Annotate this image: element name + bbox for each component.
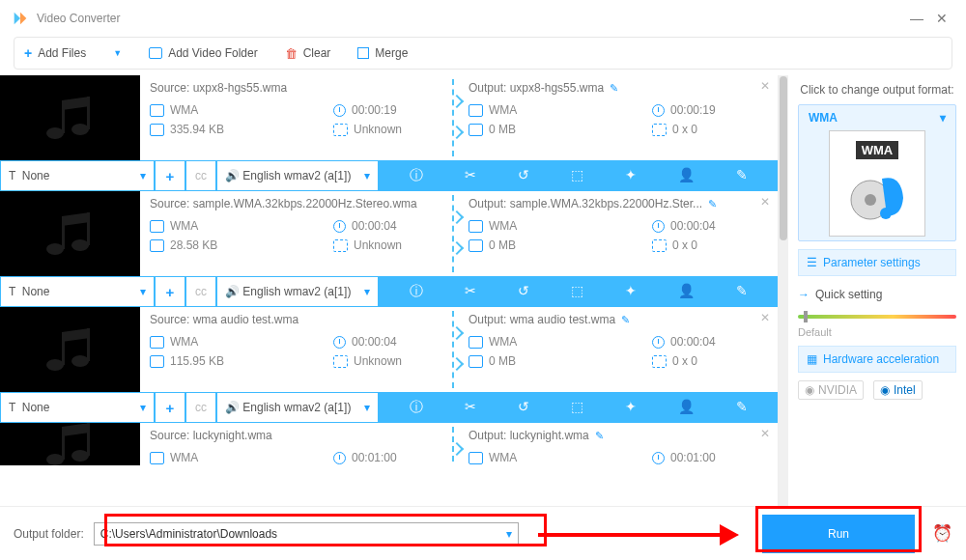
add-files-dropdown[interactable]: ▼ [113,48,122,58]
arrow-right-icon: → [798,288,810,301]
edit-tool-4[interactable]: ✦ [625,283,637,300]
source-label: Source: uxpx8-hgs55.wma [150,81,449,95]
cc-button[interactable]: cc [185,276,216,307]
svg-point-10 [46,359,64,371]
remove-item-button[interactable]: ✕ [760,427,770,440]
divider-icon [452,427,454,462]
edit-tool-1[interactable]: ✂ [465,399,476,416]
edit-tool-6[interactable]: ✎ [736,283,748,300]
file-icon [469,220,483,233]
output-folder-input[interactable]: C:\Users\Administrator\Downloads▾ [94,522,519,546]
list-item: ✕ Source: luckynight.wma WMA00:01:00 Out… [0,423,778,465]
source-label: Source: luckynight.wma [150,429,449,442]
edit-tool-3[interactable]: ⬚ [571,167,583,184]
item-toolbar: T None▾ + cc 🔊 English wmav2 (a[1])▾ ⓘ✂↺… [0,392,778,423]
add-subtitle-button[interactable]: + [155,160,185,191]
file-thumbnail[interactable] [0,75,140,160]
parameter-settings-button[interactable]: ☰Parameter settings [798,249,956,276]
subtitle-select[interactable]: T None▾ [0,276,155,307]
app-logo-icon [12,10,29,27]
audio-track-select[interactable]: 🔊 English wmav2 (a[1])▾ [216,160,379,191]
merge-button[interactable]: Merge [357,46,408,60]
edit-tool-2[interactable]: ↺ [518,283,529,300]
minimize-button[interactable]: — [904,11,929,26]
plus-icon: + [24,45,32,61]
add-video-folder-button[interactable]: Add Video Folder [149,46,258,60]
list-item: ✕ Source: uxpx8-hgs55.wma WMA00:00:19 33… [0,75,778,191]
file-list: ✕ Source: uxpx8-hgs55.wma WMA00:00:19 33… [0,75,779,506]
edit-output-icon[interactable]: ✎ [708,198,717,210]
edit-tool-1[interactable]: ✂ [465,167,476,184]
close-window-button[interactable]: ✕ [929,11,954,26]
dimension-value: Unknown [333,238,449,252]
format-preview: WMA [829,130,925,237]
edit-tool-5[interactable]: 👤 [678,167,695,184]
nvidia-chip[interactable]: ◉NVIDIA [798,380,864,400]
format-value: WMA [150,219,266,233]
subtitle-select[interactable]: T None▾ [0,160,155,191]
cc-button[interactable]: cc [185,160,216,191]
edit-tool-5[interactable]: 👤 [678,399,695,416]
clock-icon [652,220,665,233]
edit-tool-0[interactable]: ⓘ [410,399,423,416]
edit-tool-1[interactable]: ✂ [465,283,476,300]
clock-icon [652,452,665,464]
clock-icon [333,336,346,349]
format-value: WMA [150,451,266,464]
scrollbar[interactable] [779,75,788,506]
caret-down-icon: ▾ [940,111,946,125]
out-duration-value: 00:00:19 [652,103,768,117]
quality-slider[interactable] [798,315,956,319]
edit-tool-0[interactable]: ⓘ [410,283,423,300]
dimension-icon [652,124,667,136]
file-thumbnail[interactable] [0,423,140,465]
clear-button[interactable]: 🗑Clear [285,46,331,61]
edit-output-icon[interactable]: ✎ [610,82,618,94]
svg-point-11 [71,355,89,367]
add-files-button[interactable]: +Add Files [24,45,86,61]
edit-tool-6[interactable]: ✎ [736,399,748,416]
edit-tool-2[interactable]: ↺ [518,167,529,184]
audio-track-select[interactable]: 🔊 English wmav2 (a[1])▾ [216,276,379,307]
format-label: Click to change output format: [798,83,956,97]
size-value: 335.94 KB [150,123,266,136]
source-label: Source: sample.WMA.32kbps.22000Hz.Stereo… [150,197,449,210]
edit-tool-4[interactable]: ✦ [625,399,637,416]
out-format-value: WMA [469,219,584,233]
edit-tool-4[interactable]: ✦ [625,167,637,184]
edit-tool-3[interactable]: ⬚ [571,283,583,300]
file-thumbnail[interactable] [0,307,140,392]
edit-tool-3[interactable]: ⬚ [571,399,583,416]
add-subtitle-button[interactable]: + [155,276,185,307]
svg-point-14 [46,454,64,465]
edit-tool-5[interactable]: 👤 [678,283,695,300]
intel-chip[interactable]: ◉Intel [873,380,923,400]
schedule-icon[interactable]: ⏰ [932,523,952,544]
divider-icon [452,311,454,388]
edit-output-icon[interactable]: ✎ [595,430,604,441]
svg-point-19 [865,194,876,206]
remove-item-button[interactable]: ✕ [760,195,770,209]
edit-tool-6[interactable]: ✎ [736,167,748,184]
clock-icon [652,336,665,349]
remove-item-button[interactable]: ✕ [760,79,770,93]
dimension-icon [652,239,667,252]
audio-track-select[interactable]: 🔊 English wmav2 (a[1])▾ [216,392,379,423]
folder-icon [469,239,483,252]
edit-tool-2[interactable]: ↺ [518,399,529,416]
dimension-icon [333,355,348,368]
subtitle-select[interactable]: T None▾ [0,392,155,423]
output-format-selector[interactable]: WMA▾ WMA [798,104,956,241]
run-button[interactable]: Run [762,515,915,553]
hardware-acceleration-button[interactable]: ▦Hardware acceleration [798,346,956,373]
add-subtitle-button[interactable]: + [155,392,185,423]
file-icon [150,220,164,233]
cc-button[interactable]: cc [185,392,216,423]
out-size-value: 0 MB [469,238,584,252]
edit-output-icon[interactable]: ✎ [621,314,630,325]
folder-icon [469,355,483,368]
remove-item-button[interactable]: ✕ [760,311,770,324]
edit-tool-0[interactable]: ⓘ [410,167,423,184]
clock-icon [652,104,665,117]
file-thumbnail[interactable] [0,191,140,276]
